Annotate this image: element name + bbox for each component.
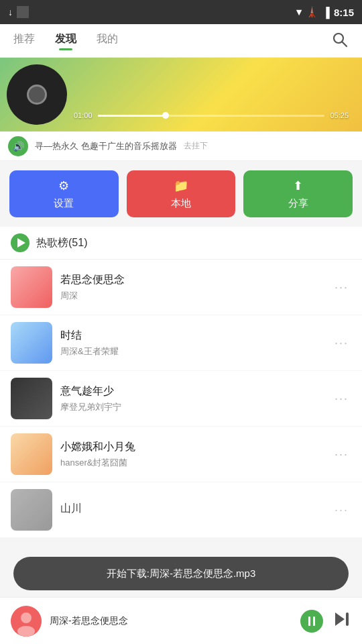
hot-songs-title: 热歌榜(51): [36, 236, 87, 250]
download-toast-text: 开始下载:周深-若思念便思念.mp3: [107, 568, 256, 580]
svg-rect-6: [346, 612, 349, 626]
wifi-icon: ▾: [296, 6, 302, 18]
download-icon: ↓: [8, 7, 13, 17]
nav-tabs: 推荐 发现 我的: [13, 32, 118, 49]
svg-point-3: [21, 612, 32, 623]
list-item[interactable]: 小嫦娥和小月兔 hanser&封茗囧菌 ···: [0, 427, 362, 482]
progress-time-end: 05:25: [330, 111, 349, 119]
vinyl-inner: [27, 85, 47, 105]
settings-icon: ⚙: [58, 178, 69, 193]
player-avatar: [11, 606, 42, 637]
scroll-text-bar: 🔊 寻—热永久 色趣干广生的音乐摇放器 去挂下: [0, 131, 362, 161]
share-label: 分享: [288, 197, 308, 210]
song-artist-2: 周深&王者荣耀: [60, 345, 324, 358]
cover-image-3: [11, 378, 52, 419]
signal-icon: 🗼: [306, 6, 318, 18]
search-icon: [331, 31, 349, 48]
song-cover-5: [11, 489, 52, 531]
list-item[interactable]: 若思念便思念 周深 ···: [0, 260, 362, 315]
settings-button[interactable]: ⚙ 设置: [9, 170, 119, 217]
player-avatar-image: [11, 606, 42, 637]
song-title-5: 山川: [60, 502, 324, 516]
local-label: 本地: [171, 197, 191, 210]
settings-label: 设置: [54, 197, 74, 210]
list-item[interactable]: 时结 周深&王者荣耀 ···: [0, 315, 362, 371]
tab-faxian[interactable]: 发现: [55, 32, 76, 49]
scroll-text-content: 寻—热永久 色趣干广生的音乐摇放器: [35, 140, 177, 152]
next-button[interactable]: [333, 610, 351, 633]
list-item[interactable]: 山川 ···: [0, 482, 362, 538]
svg-marker-5: [335, 612, 345, 626]
search-button[interactable]: [331, 31, 349, 51]
hot-songs-header: 热歌榜(51): [0, 227, 362, 260]
progress-dot: [162, 112, 169, 119]
status-left: ↓: [8, 6, 29, 18]
song-artist-1: 周深: [60, 290, 324, 302]
pause-button[interactable]: [300, 610, 323, 633]
song-artist-3: 摩登兄弟刘宇宁: [60, 401, 324, 413]
volume-icon: 🔊: [8, 136, 28, 156]
song-more-2[interactable]: ···: [332, 333, 351, 353]
status-bar: ↓ ▾ 🗼 ▐ 8:15: [0, 0, 362, 24]
player-song-title: 周深-若思念便思念: [50, 615, 292, 627]
progress-time-start: 01:00: [74, 111, 93, 119]
song-list: 若思念便思念 周深 ··· 时结 周深&王者荣耀 ··· 意气趁年少 摩登兄弟刘…: [0, 260, 362, 538]
song-artist-4: hanser&封茗囧菌: [60, 457, 324, 469]
scroll-tag: 去挂下: [184, 140, 208, 152]
list-item[interactable]: 意气趁年少 摩登兄弟刘宇宁 ···: [0, 371, 362, 427]
top-nav: 推荐 发现 我的: [0, 24, 362, 58]
song-title-4: 小嫦娥和小月兔: [60, 440, 324, 454]
song-info-2: 时结 周深&王者荣耀: [60, 329, 324, 358]
cover-image-2: [11, 322, 52, 364]
banner-progress: 01:00 05:25: [74, 111, 349, 119]
status-right: ▾ 🗼 ▐ 8:15: [296, 6, 354, 18]
song-cover-2: [11, 322, 52, 364]
song-info-5: 山川: [60, 502, 324, 519]
song-info-3: 意气趁年少 摩登兄弟刘宇宁: [60, 384, 324, 413]
share-icon: ⬆: [293, 178, 303, 193]
next-icon: [333, 610, 351, 629]
battery-icon: ▐: [322, 7, 330, 18]
song-cover-4: [11, 433, 52, 475]
song-cover-1: [11, 266, 52, 308]
progress-bar[interactable]: [98, 115, 325, 117]
cover-image-4: [11, 433, 52, 475]
player-controls: [300, 610, 351, 633]
song-more-4[interactable]: ···: [332, 445, 351, 464]
song-title-3: 意气趁年少: [60, 384, 324, 398]
play-all-icon: [17, 238, 25, 248]
tab-tuijian[interactable]: 推荐: [13, 32, 35, 49]
progress-fill: [98, 115, 166, 117]
song-more-5[interactable]: ···: [332, 500, 351, 520]
play-all-button[interactable]: [11, 233, 29, 252]
share-button[interactable]: ⬆ 分享: [243, 170, 353, 217]
song-title-1: 若思念便思念: [60, 273, 324, 287]
app-square-icon: [17, 6, 29, 18]
cover-image-5: [11, 489, 52, 531]
song-more-3[interactable]: ···: [332, 389, 351, 409]
song-more-1[interactable]: ···: [332, 278, 351, 297]
pause-icon: [308, 616, 315, 626]
local-button[interactable]: 📁 本地: [127, 170, 236, 217]
bottom-player: 周深-若思念便思念: [0, 597, 362, 644]
local-icon: 📁: [174, 178, 188, 193]
song-info-1: 若思念便思念 周深: [60, 273, 324, 302]
song-cover-3: [11, 378, 52, 419]
action-buttons: ⚙ 设置 📁 本地 ⬆ 分享: [0, 161, 362, 227]
download-toast: 开始下载:周深-若思念便思念.mp3: [13, 557, 349, 590]
cover-image-1: [11, 266, 52, 308]
vinyl-record: [7, 64, 67, 125]
tab-wode[interactable]: 我的: [97, 32, 118, 49]
song-title-2: 时结: [60, 329, 324, 343]
player-song-info: 周深-若思念便思念: [50, 615, 292, 627]
time-display: 8:15: [334, 7, 354, 18]
svg-line-1: [343, 42, 347, 46]
song-info-4: 小嫦娥和小月兔 hanser&封茗囧菌: [60, 440, 324, 469]
svg-point-4: [17, 626, 35, 637]
banner: 01:00 05:25: [0, 58, 362, 131]
